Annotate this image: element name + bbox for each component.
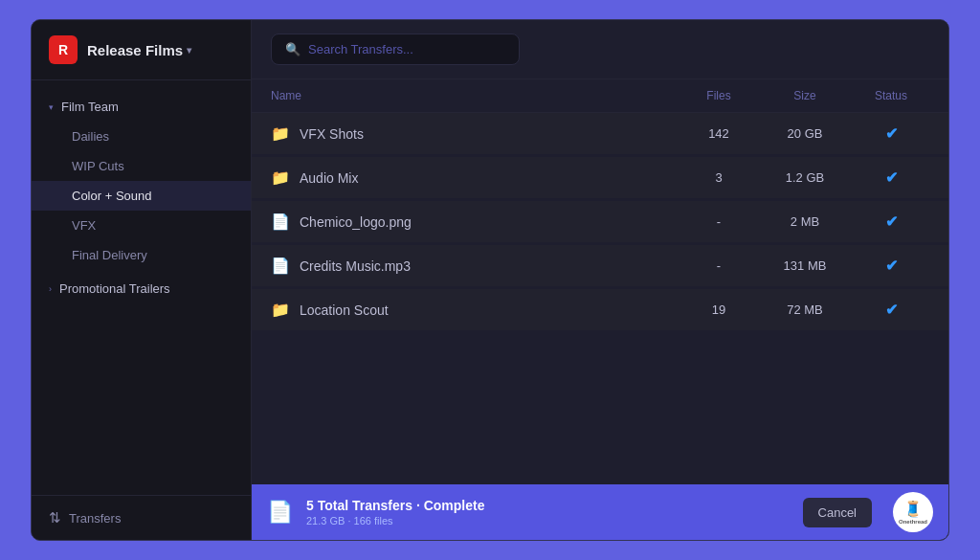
row-label-audio-mix: Audio Mix (300, 170, 358, 186)
sidebar-item-final-delivery-label: Final Delivery (72, 248, 147, 262)
file-icon-credits-music: 📄 (271, 257, 290, 275)
row-files-credits-music: - (680, 258, 757, 273)
sidebar: R Release Films ▾ ▾ Film Team Dailies (32, 20, 252, 540)
folder-icon-vfx-shots: 📁 (271, 124, 290, 143)
row-label-credits-music: Credits Music.mp3 (300, 258, 411, 274)
table-row-location-scout[interactable]: 📁 Location Scout 19 72 MB ✔ (252, 289, 948, 331)
main-header: 🔍 (252, 20, 948, 79)
check-icon-credits-music: ✔ (885, 258, 898, 274)
transfers-label: Transfers (69, 511, 121, 526)
check-icon-vfx-shots: ✔ (885, 125, 898, 142)
sidebar-item-dailies-label: Dailies (72, 129, 109, 144)
row-name-credits-music: 📄 Credits Music.mp3 (271, 257, 680, 275)
col-size-header: Size (757, 89, 853, 102)
check-icon-location-scout: ✔ (885, 302, 898, 318)
search-icon: 🔍 (285, 42, 301, 56)
search-box[interactable]: 🔍 (271, 34, 520, 65)
nav-group-promotional-trailers: › Promotional Trailers (32, 274, 251, 303)
row-size-location-scout: 72 MB (757, 302, 853, 317)
row-size-credits-music: 131 MB (757, 258, 853, 273)
row-label-location-scout: Location Scout (300, 302, 389, 318)
row-status-audio-mix: ✔ (853, 168, 929, 187)
transfer-info: 5 Total Transfers · Complete 21.3 GB · 1… (306, 498, 790, 526)
row-name-vfx-shots: 📁 VFX Shots (271, 124, 680, 143)
row-name-location-scout: 📁 Location Scout (271, 301, 680, 319)
table-row-credits-music[interactable]: 📄 Credits Music.mp3 - 131 MB ✔ (252, 245, 948, 287)
search-input[interactable] (308, 42, 505, 56)
workspace-name[interactable]: Release Films ▾ (87, 42, 191, 58)
nav-group-header-promotional-trailers[interactable]: › Promotional Trailers (32, 274, 251, 303)
nav-group-header-film-team[interactable]: ▾ Film Team (32, 92, 251, 122)
sidebar-item-vfx-label: VFX (72, 218, 96, 233)
workspace-chevron: ▾ (187, 45, 191, 56)
sidebar-nav: ▾ Film Team Dailies WIP Cuts Color + Sou… (32, 80, 251, 495)
onethread-icon: 🧵 (903, 500, 923, 518)
col-name-header: Name (271, 89, 680, 102)
table-container: Name Files Size Status 📁 VFX Shots 142 2… (252, 79, 948, 484)
row-name-chemico-logo: 📄 Chemico_logo.png (271, 213, 680, 231)
row-size-audio-mix: 1.2 GB (757, 170, 853, 185)
transfer-title: 5 Total Transfers · Complete (306, 498, 790, 513)
sidebar-item-dailies[interactable]: Dailies (32, 122, 251, 151)
col-status-header: Status (853, 89, 929, 102)
row-files-chemico-logo: - (680, 214, 757, 229)
sidebar-item-final-delivery[interactable]: Final Delivery (32, 240, 251, 270)
brand-letter: R (58, 42, 68, 57)
onethread-label: Onethread (899, 519, 927, 525)
sidebar-footer-transfers[interactable]: ⇅ Transfers (32, 495, 251, 540)
row-files-location-scout: 19 (680, 302, 757, 317)
group-label-film-team: Film Team (61, 100, 119, 114)
row-status-credits-music: ✔ (853, 257, 929, 275)
file-icon-chemico-logo: 📄 (271, 213, 290, 231)
col-files-header: Files (680, 89, 757, 102)
row-label-chemico-logo: Chemico_logo.png (300, 214, 412, 230)
table-row-chemico-logo[interactable]: 📄 Chemico_logo.png - 2 MB ✔ (252, 201, 948, 243)
row-name-audio-mix: 📁 Audio Mix (271, 168, 680, 187)
folder-icon-audio-mix: 📁 (271, 168, 290, 187)
cancel-button[interactable]: Cancel (803, 498, 872, 527)
expand-icon-promotional-trailers: › (49, 284, 52, 294)
table-row-audio-mix[interactable]: 📁 Audio Mix 3 1.2 GB ✔ (252, 157, 948, 199)
transfer-subtitle: 21.3 GB · 166 files (306, 515, 790, 526)
group-label-promotional-trailers: Promotional Trailers (59, 281, 170, 296)
onethread-badge: 🧵 Onethread (893, 492, 933, 532)
row-size-chemico-logo: 2 MB (757, 214, 853, 229)
row-size-vfx-shots: 20 GB (757, 126, 853, 141)
bottom-bar: 📄 5 Total Transfers · Complete 21.3 GB ·… (252, 484, 948, 540)
check-icon-audio-mix: ✔ (885, 169, 898, 186)
transfer-file-icon: 📄 (267, 500, 293, 525)
sidebar-item-vfx[interactable]: VFX (32, 211, 251, 240)
app-window: R Release Films ▾ ▾ Film Team Dailies (31, 19, 949, 541)
main-content: 🔍 Name Files Size Status 📁 VFX Shots (252, 20, 948, 540)
row-label-vfx-shots: VFX Shots (300, 126, 364, 142)
brand-logo: R (49, 35, 78, 64)
sidebar-item-color-sound[interactable]: Color + Sound (32, 181, 251, 211)
folder-icon-location-scout: 📁 (271, 301, 290, 319)
sidebar-item-wip-cuts-label: WIP Cuts (72, 159, 124, 173)
workspace-label: Release Films (87, 42, 183, 58)
row-files-vfx-shots: 142 (680, 126, 757, 141)
sidebar-item-wip-cuts[interactable]: WIP Cuts (32, 151, 251, 181)
row-files-audio-mix: 3 (680, 170, 757, 185)
sidebar-item-color-sound-label: Color + Sound (72, 189, 151, 203)
app-body: R Release Films ▾ ▾ Film Team Dailies (32, 20, 948, 540)
table-header: Name Files Size Status (252, 79, 948, 113)
row-status-location-scout: ✔ (853, 301, 929, 319)
expand-icon-film-team: ▾ (49, 102, 54, 112)
row-status-chemico-logo: ✔ (853, 213, 929, 231)
check-icon-chemico-logo: ✔ (885, 213, 898, 230)
transfers-icon: ⇅ (49, 509, 61, 526)
sidebar-header: R Release Films ▾ (32, 20, 251, 80)
table-row-vfx-shots[interactable]: 📁 VFX Shots 142 20 GB ✔ (252, 113, 948, 155)
row-status-vfx-shots: ✔ (853, 124, 929, 143)
nav-group-film-team: ▾ Film Team Dailies WIP Cuts Color + Sou… (32, 92, 251, 270)
